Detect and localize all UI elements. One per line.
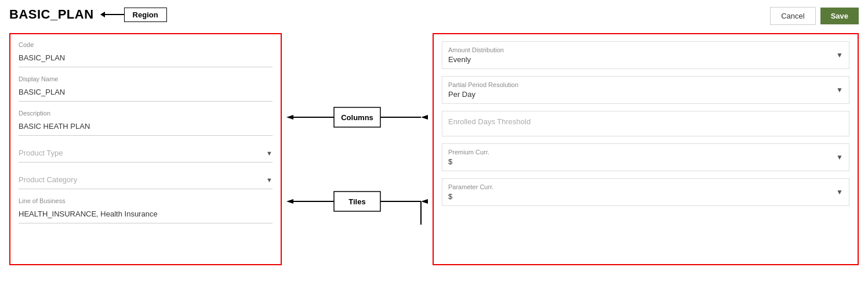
header: BASIC_PLAN Region Cancel Save <box>9 7 859 25</box>
display-name-label: Display Name <box>19 75 273 82</box>
parameter-curr-select-wrapper[interactable]: Parameter Curr. $ ▼ <box>442 178 849 206</box>
partial-period-dropdown-icon[interactable]: ▼ <box>836 86 843 94</box>
svg-marker-1 <box>286 115 293 120</box>
parameter-curr-value: $ <box>448 192 452 201</box>
page-wrapper: BASIC_PLAN Region Cancel Save Code BASIC… <box>0 0 868 296</box>
page-title: BASIC_PLAN <box>9 7 94 22</box>
svg-text:Tiles: Tiles <box>348 197 365 206</box>
product-type-dropdown-icon[interactable]: ▼ <box>266 150 273 157</box>
premium-curr-value: $ <box>448 157 452 166</box>
svg-text:Columns: Columns <box>341 113 373 122</box>
description-label: Description <box>19 110 273 117</box>
amount-distribution-value: Evenly <box>448 55 471 64</box>
product-category-dropdown-icon[interactable]: ▼ <box>266 176 273 183</box>
annotations-svg: Columns Tiles <box>282 33 433 265</box>
premium-curr-dropdown-icon[interactable]: ▼ <box>836 153 843 161</box>
svg-marker-7 <box>286 199 293 204</box>
code-label: Code <box>19 41 273 48</box>
partial-period-select-wrapper[interactable]: Partial Period Resolution Per Day ▼ <box>442 76 849 104</box>
amount-distribution-group[interactable]: Amount Distribution Evenly ▼ <box>442 41 849 69</box>
header-left: BASIC_PLAN Region <box>9 7 167 22</box>
premium-curr-select-wrapper[interactable]: Premium Curr. $ ▼ <box>442 143 849 171</box>
left-panel: Code BASIC_PLAN Display Name BASIC_PLAN … <box>9 33 282 265</box>
parameter-curr-select-row[interactable]: $ ▼ <box>448 192 843 201</box>
parameter-curr-group[interactable]: Parameter Curr. $ ▼ <box>442 178 849 206</box>
description-field-group: Description BASIC HEATH PLAN <box>19 110 273 136</box>
product-type-field-group[interactable]: Product Type ▼ <box>19 144 273 163</box>
svg-marker-3 <box>421 115 428 120</box>
amount-distribution-label: Amount Distribution <box>448 46 843 53</box>
region-label-box: Region <box>124 8 167 22</box>
svg-rect-4 <box>334 107 380 127</box>
premium-curr-group[interactable]: Premium Curr. $ ▼ <box>442 143 849 171</box>
parameter-curr-label: Parameter Curr. <box>448 183 843 190</box>
premium-curr-label: Premium Curr. <box>448 149 843 156</box>
svg-rect-11 <box>334 192 380 211</box>
enrolled-days-field[interactable]: Enrolled Days Threshold <box>442 111 849 136</box>
amount-distribution-select-row[interactable]: Evenly ▼ <box>448 55 843 64</box>
premium-curr-select-row[interactable]: $ ▼ <box>448 157 843 166</box>
region-arrow-line: Region <box>101 8 167 22</box>
save-button[interactable]: Save <box>820 8 859 24</box>
header-buttons: Cancel Save <box>770 7 859 25</box>
code-value: BASIC_PLAN <box>19 50 273 67</box>
description-value: BASIC HEATH PLAN <box>19 118 273 136</box>
lob-value: HEALTH_INSURANCE, Health Insurance <box>19 206 273 223</box>
partial-period-select-row[interactable]: Per Day ▼ <box>448 90 843 99</box>
partial-period-group[interactable]: Partial Period Resolution Per Day ▼ <box>442 76 849 104</box>
product-category-select[interactable]: Product Category ▼ <box>19 171 273 189</box>
display-name-value: BASIC_PLAN <box>19 84 273 102</box>
product-category-label: Product Category <box>19 175 77 184</box>
partial-period-label: Partial Period Resolution <box>448 81 843 88</box>
parameter-curr-dropdown-icon[interactable]: ▼ <box>836 188 843 196</box>
amount-distribution-select-wrapper[interactable]: Amount Distribution Evenly ▼ <box>442 41 849 69</box>
display-name-field-group: Display Name BASIC_PLAN <box>19 75 273 102</box>
region-arrow <box>101 14 124 15</box>
lob-field-group: Line of Business HEALTH_INSURANCE, Healt… <box>19 197 273 223</box>
product-type-label: Product Type <box>19 149 63 157</box>
enrolled-days-label: Enrolled Days Threshold <box>448 117 531 126</box>
code-field-group: Code BASIC_PLAN <box>19 41 273 67</box>
enrolled-days-group[interactable]: Enrolled Days Threshold <box>442 111 849 136</box>
middle-area: Columns Tiles <box>282 33 433 265</box>
svg-marker-9 <box>421 199 428 204</box>
product-category-field-group[interactable]: Product Category ▼ <box>19 171 273 189</box>
product-type-select[interactable]: Product Type ▼ <box>19 144 273 163</box>
main-content: Code BASIC_PLAN Display Name BASIC_PLAN … <box>9 33 859 265</box>
lob-label: Line of Business <box>19 197 273 204</box>
right-panel: Amount Distribution Evenly ▼ Partial Per… <box>433 33 859 265</box>
amount-distribution-dropdown-icon[interactable]: ▼ <box>836 51 843 59</box>
partial-period-value: Per Day <box>448 90 475 99</box>
cancel-button[interactable]: Cancel <box>770 7 815 25</box>
